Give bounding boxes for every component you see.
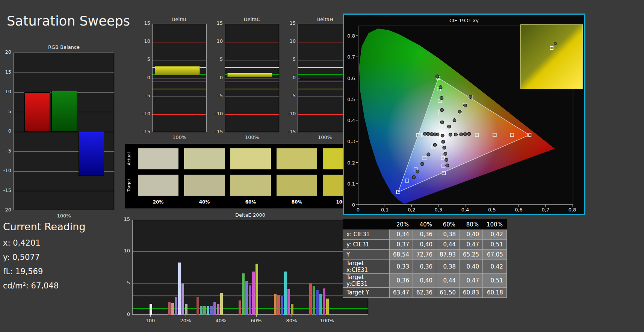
- deltae-bar: [242, 273, 245, 315]
- x-tick-label: 0,5: [488, 207, 496, 213]
- x-group-label: 20%: [174, 318, 197, 323]
- threshold-line: [153, 89, 206, 89]
- deltae-bar: [220, 293, 223, 315]
- x-group-label: 60%: [245, 318, 268, 323]
- y-tick-label: 10: [120, 248, 130, 254]
- value-cell: 0,37: [390, 240, 413, 250]
- y-tick-label: -5: [288, 93, 296, 98]
- value-cell: 0,47: [460, 240, 483, 250]
- cie-1931-chart[interactable]: CIE 1931 xy000,10,10,20,20,30,30,40,40,5…: [343, 14, 585, 215]
- value-cell: 0,40: [460, 229, 483, 240]
- deltae-bar: [175, 297, 177, 315]
- x-tick-label: 0,2: [408, 207, 416, 213]
- value-cell: 0,34: [390, 229, 413, 240]
- table-row: Target x:CIE310,330,360,380,400,42: [343, 260, 507, 274]
- value-cell: 67,05: [483, 250, 507, 260]
- y-tick-label: 5: [288, 56, 296, 62]
- current-reading-title: Current Reading: [3, 221, 116, 232]
- swatch-comparison-panel[interactable]: ActualTarget20%40%60%80%100%: [125, 144, 369, 208]
- gridline: [225, 78, 279, 78]
- y-tick-label: 5: [215, 56, 223, 62]
- y-tick-label: 0,2: [347, 160, 355, 166]
- swatch-column-label: 40%: [184, 199, 225, 205]
- page-title: Saturation Sweeps: [7, 14, 130, 29]
- x-tick: [186, 315, 186, 317]
- table-row: x: CIE310,340,360,380,400,42: [343, 229, 507, 240]
- measured-point-cyan: [426, 132, 430, 136]
- measured-point-green: [440, 97, 443, 100]
- measured-point-red: [460, 133, 463, 136]
- deltae-bar: [245, 281, 248, 315]
- bar-red: [24, 92, 50, 132]
- measured-point-blue: [433, 143, 437, 147]
- row-label-cell: Target Y: [343, 288, 390, 298]
- y-tick-label: -10: [215, 111, 223, 116]
- y-tick-label: 15: [288, 20, 296, 26]
- deltae-bar: [252, 272, 255, 315]
- delta-bar: [300, 78, 345, 80]
- gridline: [153, 60, 206, 60]
- deltae-bar: [185, 304, 187, 315]
- y-tick-label: 10: [142, 38, 150, 44]
- y-tick-label: 10: [0, 89, 11, 94]
- y-tick-label: -15: [288, 129, 296, 134]
- current-reading-x: x: 0,4201: [3, 238, 116, 247]
- value-cell: 0,44: [436, 240, 460, 250]
- measured-point-cyan: [433, 133, 437, 136]
- deltae-bar: [291, 304, 293, 315]
- swatch-actual-80%: [277, 148, 317, 169]
- y-tick-label: 5: [0, 109, 11, 114]
- y-tick-label: -5: [0, 148, 11, 154]
- measured-point-magenta: [441, 140, 445, 143]
- value-cell: 65,25: [460, 250, 483, 260]
- deltae-bar: [203, 306, 206, 315]
- row-label-cell: Y: [343, 250, 390, 260]
- measured-point-magenta: [443, 146, 446, 149]
- x-tick-label: 0: [357, 207, 360, 213]
- deltae-bar: [316, 290, 319, 315]
- x-group-label: 40%: [210, 318, 232, 323]
- deltae-bar: [239, 300, 241, 315]
- y-tick-label: -10: [0, 168, 11, 173]
- gridline: [225, 60, 279, 60]
- swatch-row-label: Actual: [127, 148, 133, 169]
- threshold-line: [225, 89, 279, 89]
- y-tick-label: -15: [142, 129, 150, 134]
- swatch-target-20%: [138, 175, 178, 196]
- y-tick-label: 0,1: [347, 181, 355, 187]
- value-cell: 62,36: [413, 288, 436, 298]
- y-tick-label: -15: [215, 129, 223, 134]
- delta-l-chart[interactable]: DeltaL-15-10-5051015100%: [142, 17, 211, 142]
- value-cell: 60,83: [460, 288, 483, 298]
- deltae-bar: [210, 306, 213, 315]
- current-reading: Current Reading x: 0,4201 y: 0,5077 fL: …: [3, 221, 116, 296]
- delta-c-chart[interactable]: DeltaC-15-10-5051015100%: [215, 17, 283, 142]
- deltae-bar: [171, 303, 174, 315]
- x-axis-label: 100%: [225, 134, 279, 140]
- value-cell: 0,51: [483, 240, 507, 250]
- threshold-line: [153, 42, 206, 42]
- rgb-balance-chart[interactable]: RGB Balance-20-15-10-505101520100%: [0, 44, 117, 222]
- value-cell: 0,47: [460, 274, 483, 288]
- measured-point-green: [436, 75, 439, 78]
- x-tick: [256, 315, 257, 317]
- y-tick-label: -20: [0, 207, 11, 213]
- table-row: Y68,5472,7687,9365,2567,05: [343, 250, 507, 260]
- swatch-row-label: Target: [127, 175, 133, 196]
- y-tick-label: 5: [120, 280, 130, 285]
- measurement-table[interactable]: 20%40%60%80%100%x: CIE310,340,360,380,40…: [343, 219, 507, 298]
- deltae-2000-chart[interactable]: DeltaE 200005101510020%40%60%80%100%: [119, 212, 372, 326]
- threshold-line: [153, 114, 206, 115]
- gridline: [133, 283, 368, 284]
- deltae-bar: [207, 306, 209, 315]
- deltae-bar: [213, 302, 216, 315]
- deltae-bar: [323, 288, 325, 315]
- value-cell: 63,47: [390, 288, 413, 298]
- swatch-column-label: 80%: [277, 199, 317, 205]
- threshold-line: [225, 42, 279, 42]
- measured-point-yellow: [453, 119, 456, 122]
- gridline: [153, 78, 206, 78]
- deltae-bar: [200, 306, 203, 315]
- x-axis-label: 100%: [14, 213, 114, 219]
- x-tick: [221, 315, 221, 317]
